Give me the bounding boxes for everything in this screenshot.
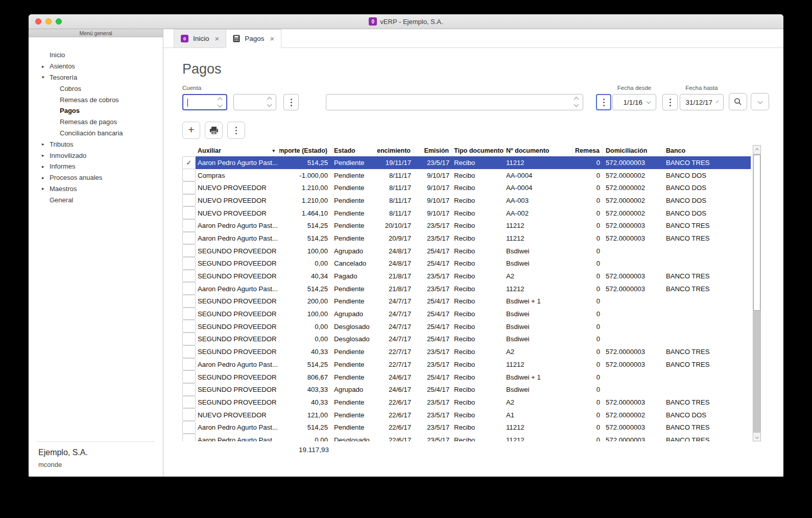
minimize-window-button[interactable] — [45, 18, 52, 25]
spinner-icons[interactable] — [218, 98, 222, 107]
column-header-documento[interactable]: Nº documento — [504, 145, 573, 156]
row-selector[interactable] — [182, 320, 196, 333]
row-selector[interactable] — [182, 308, 196, 320]
triangle-collapsed-icon[interactable]: ▸ — [42, 153, 49, 158]
sidebar-item-asientos[interactable]: ▸Asientos — [29, 61, 163, 72]
row-selector[interactable] — [182, 434, 196, 441]
table-row[interactable]: SEGUNDO PROVEEDOR40,34Pagado21/8/1723/5/… — [182, 270, 761, 282]
row-selector[interactable] — [182, 421, 196, 434]
column-header-domiciliacion[interactable]: Domiciliación — [603, 145, 665, 156]
sort-desc-icon[interactable]: ▾ — [272, 148, 279, 153]
row-selector[interactable] — [182, 181, 196, 194]
more-options-button[interactable] — [227, 122, 245, 139]
table-row[interactable]: SEGUNDO PROVEEDOR0,00Desglosado24/7/1725… — [182, 320, 761, 333]
cuenta-input[interactable] — [182, 94, 227, 110]
row-selector[interactable] — [182, 232, 196, 245]
tab-pagos[interactable]: Pagos× — [226, 29, 281, 48]
scroll-up-button[interactable] — [753, 146, 760, 154]
sidebar-item-remesas-de-pagos[interactable]: Remesas de pagos — [29, 116, 163, 128]
row-selector[interactable] — [182, 345, 196, 358]
table-row[interactable]: Aaron Pedro Agurto Past...514,25Pendient… — [182, 358, 761, 371]
row-selector[interactable] — [182, 408, 196, 421]
close-tab-icon[interactable]: × — [215, 34, 220, 43]
table-row[interactable]: Aaron Pedro Agurto Past...514,25Pendient… — [182, 219, 761, 232]
print-button[interactable] — [205, 122, 223, 139]
zoom-window-button[interactable] — [56, 18, 62, 25]
table-row[interactable]: Aaron Pedro Agurto Past...514,25Pendient… — [182, 421, 761, 434]
close-tab-icon[interactable]: × — [270, 34, 275, 43]
table-row[interactable]: Aaron Pedro Agurto Past...0,00Desglosado… — [182, 434, 761, 441]
cuenta-options-button[interactable] — [283, 94, 299, 110]
row-selector[interactable] — [182, 219, 196, 232]
table-row[interactable]: SEGUNDO PROVEEDOR403,33Agrupado24/6/1725… — [182, 383, 761, 396]
table-row[interactable]: SEGUNDO PROVEEDOR40,33Pendiente22/6/1723… — [182, 396, 761, 409]
sidebar-item-tributos[interactable]: ▸Tributos — [29, 138, 163, 150]
add-button[interactable]: + — [182, 122, 200, 139]
row-selector[interactable] — [182, 295, 196, 308]
row-selector[interactable] — [182, 383, 196, 396]
table-row[interactable]: NUEVO PROVEEDOR1.210,00Pendiente8/11/179… — [182, 194, 761, 207]
table-row[interactable]: SEGUNDO PROVEEDOR40,33Pendiente22/7/1723… — [182, 345, 761, 358]
row-selector[interactable] — [182, 370, 196, 383]
table-row[interactable]: Compras-1.000,00Pendiente8/11/179/10/17R… — [182, 169, 761, 182]
fecha-hasta-options-button[interactable] — [662, 94, 678, 110]
scroll-down-button[interactable] — [753, 433, 760, 441]
triangle-expanded-icon[interactable]: ▾ — [42, 75, 49, 80]
row-selector[interactable] — [182, 282, 196, 295]
sidebar-item-inmovilizado[interactable]: ▸Inmovilizado — [29, 150, 163, 161]
sidebar-item-general[interactable]: General — [29, 194, 163, 205]
row-selector[interactable] — [182, 169, 196, 181]
fecha-hasta-select[interactable]: 31/12/17 — [680, 94, 724, 110]
column-header-banco[interactable]: Banco — [665, 145, 751, 156]
scrollbar-thumb[interactable] — [753, 155, 760, 311]
column-header-estado[interactable]: Estado — [333, 145, 377, 156]
column-header-tipo[interactable]: Tipo documento — [452, 145, 504, 156]
row-selector[interactable] — [182, 206, 196, 219]
sidebar-item-procesos-anuales[interactable]: ▸Procesos anuales — [29, 172, 163, 183]
row-selector[interactable] — [182, 358, 196, 371]
table-row[interactable]: SEGUNDO PROVEEDOR806,67Pendiente24/6/172… — [182, 371, 761, 384]
fecha-desde-select[interactable]: 1/1/16 — [612, 94, 656, 110]
table-row[interactable]: ✓Aaron Pedro Agurto Past...514,25Pendien… — [182, 156, 761, 169]
sidebar-item-pagos[interactable]: Pagos — [29, 105, 163, 116]
row-selector[interactable] — [182, 333, 196, 345]
table-row[interactable]: SEGUNDO PROVEEDOR0,00Desglosado24/7/1725… — [182, 333, 761, 346]
sidebar-item-informes[interactable]: ▸Informes — [29, 161, 163, 172]
triangle-collapsed-icon[interactable]: ▸ — [42, 175, 49, 180]
sidebar-item-tesoreria[interactable]: ▾Tesorería — [29, 72, 163, 83]
column-header-remesa[interactable]: Remesa — [573, 145, 603, 156]
table-row[interactable]: SEGUNDO PROVEEDOR0,00Cancelado24/8/1725/… — [182, 257, 761, 270]
triangle-collapsed-icon[interactable]: ▸ — [42, 164, 49, 169]
column-header-importe[interactable]: Importe (Estado) — [279, 145, 333, 156]
triangle-collapsed-icon[interactable]: ▸ — [42, 142, 49, 147]
column-header-vencimiento[interactable]: Vencimiento — [377, 145, 414, 156]
triangle-collapsed-icon[interactable]: ▸ — [42, 64, 49, 69]
row-selector[interactable] — [182, 257, 196, 270]
sidebar-item-inicio[interactable]: Inicio — [29, 50, 163, 61]
row-selector[interactable] — [182, 396, 196, 409]
column-header-auxiliar[interactable]: Auxiliar▾ — [196, 145, 279, 156]
spinner-icons[interactable] — [268, 98, 271, 106]
sidebar-item-cobros[interactable]: Cobros — [29, 83, 163, 94]
row-selector[interactable] — [182, 244, 196, 257]
table-row[interactable]: SEGUNDO PROVEEDOR100,00Agrupado24/8/1725… — [182, 245, 761, 257]
vertical-scrollbar[interactable] — [753, 145, 761, 441]
table-row[interactable]: Aaron Pedro Agurto Past...514,25Pendient… — [182, 282, 761, 295]
sidebar-item-remesas-de-cobros[interactable]: Remesas de cobros — [29, 94, 163, 105]
table-row[interactable]: Aaron Pedro Agurto Past...514,25Pendient… — [182, 232, 761, 245]
column-header-emision[interactable]: Emisión — [414, 145, 452, 156]
subcuenta-input[interactable] — [233, 94, 276, 110]
row-selector[interactable] — [182, 270, 196, 282]
row-selector[interactable] — [182, 194, 196, 207]
row-selector[interactable]: ✓ — [182, 156, 196, 169]
sidebar-item-maestros[interactable]: ▸Maestros — [29, 183, 163, 195]
tab-inicio[interactable]: 0Inicio× — [174, 29, 226, 48]
table-row[interactable]: NUEVO PROVEEDOR1.464,10Pendiente8/11/179… — [182, 207, 761, 220]
fecha-desde-options-button[interactable] — [596, 94, 611, 110]
table-row[interactable]: NUEVO PROVEEDOR1.210,00Pendiente8/11/179… — [182, 181, 761, 194]
descripcion-input[interactable] — [326, 94, 583, 110]
sidebar-item-conciliacion-bancaria[interactable]: Conciliación bancaria — [29, 128, 163, 139]
search-button[interactable] — [729, 93, 747, 110]
table-row[interactable]: NUEVO PROVEEDOR121,00Pendiente22/6/1723/… — [182, 409, 761, 421]
expand-filters-button[interactable] — [751, 93, 769, 110]
